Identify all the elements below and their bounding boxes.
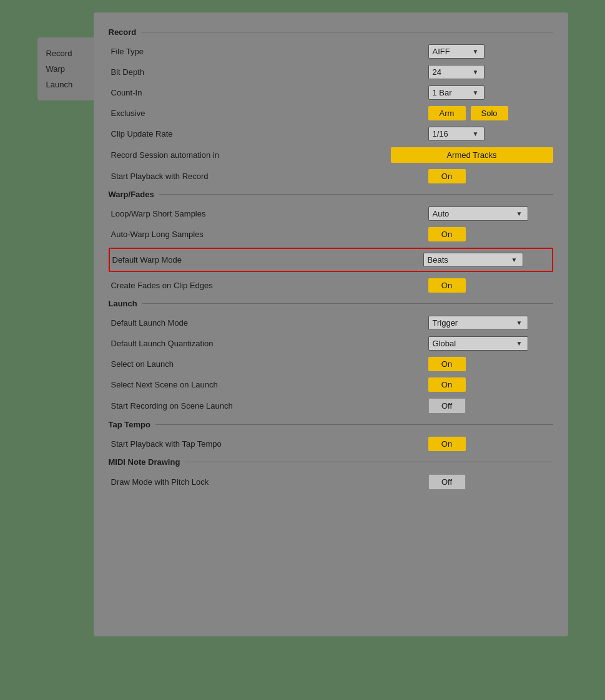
bit-depth-control: 24 ▼ — [428, 65, 553, 79]
start-playback-tap-row: Start Playback with Tap Tempo On — [109, 437, 553, 451]
count-in-dropdown[interactable]: 1 Bar ▼ — [428, 85, 484, 100]
record-session-auto-control: Armed Tracks — [391, 147, 553, 163]
app-wrapper: Record Warp Launch Record File Type AIFF… — [37, 12, 568, 636]
record-divider-line — [141, 32, 553, 32]
exclusive-label: Exclusive — [111, 109, 145, 118]
auto-warp-long-button[interactable]: On — [428, 227, 466, 241]
bit-depth-row: Bit Depth 24 ▼ — [109, 65, 553, 79]
start-recording-scene-row: Start Recording on Scene Launch Off — [109, 398, 553, 414]
draw-mode-pitch-lock-control: Off — [428, 474, 553, 490]
sidebar-item-launch[interactable]: Launch — [46, 79, 85, 90]
warp-section-header: Warp/Fades — [109, 190, 553, 199]
select-next-scene-label: Select Next Scene on Launch — [111, 380, 218, 389]
loop-warp-short-value: Auto — [433, 209, 450, 218]
bit-depth-dropdown[interactable]: 24 ▼ — [428, 65, 484, 79]
default-launch-mode-value: Trigger — [433, 318, 458, 328]
default-launch-quant-dropdown[interactable]: Global ▼ — [428, 336, 528, 351]
record-section-title: Record — [109, 27, 137, 37]
default-launch-mode-label: Default Launch Mode — [111, 318, 189, 328]
auto-warp-long-control: On — [428, 227, 553, 241]
auto-warp-long-label: Auto-Warp Long Samples — [111, 230, 204, 239]
bit-depth-value: 24 — [433, 67, 441, 77]
exclusive-arm-button[interactable]: Arm — [428, 106, 466, 120]
default-launch-mode-row: Default Launch Mode Trigger ▼ — [109, 316, 553, 330]
draw-mode-pitch-lock-row: Draw Mode with Pitch Lock Off — [109, 474, 553, 490]
loop-warp-short-row: Loop/Warp Short Samples Auto ▼ — [109, 207, 553, 221]
select-on-launch-control: On — [428, 357, 553, 371]
bit-depth-arrow: ▼ — [473, 69, 479, 75]
start-playback-tap-button[interactable]: On — [428, 437, 466, 451]
bit-depth-label: Bit Depth — [111, 67, 144, 77]
file-type-value: AIFF — [433, 47, 450, 56]
loop-warp-short-control: Auto ▼ — [428, 207, 553, 221]
file-type-arrow: ▼ — [473, 48, 479, 55]
tap-section-header: Tap Tempo — [109, 420, 553, 429]
launch-section-header: Launch — [109, 299, 553, 308]
select-on-launch-button[interactable]: On — [428, 357, 466, 371]
start-playback-record-label: Start Playback with Record — [111, 172, 209, 181]
loop-warp-short-label: Loop/Warp Short Samples — [111, 209, 206, 218]
start-playback-record-button[interactable]: On — [428, 169, 466, 183]
clip-update-rate-control: 1/16 ▼ — [428, 127, 553, 141]
clip-update-rate-label: Clip Update Rate — [111, 129, 173, 139]
default-warp-mode-value: Beats — [428, 255, 448, 265]
select-next-scene-row: Select Next Scene on Launch On — [109, 377, 553, 392]
clip-update-rate-value: 1/16 — [433, 129, 448, 139]
create-fades-control: On — [428, 278, 553, 293]
exclusive-solo-button[interactable]: Solo — [471, 106, 508, 120]
count-in-label: Count-In — [111, 88, 142, 97]
default-warp-mode-arrow: ▼ — [511, 256, 518, 263]
loop-warp-short-arrow: ▼ — [516, 210, 523, 217]
warp-divider-line — [159, 194, 553, 195]
default-launch-quant-control: Global ▼ — [428, 336, 553, 351]
exclusive-control: Arm Solo — [428, 106, 553, 120]
tap-section-title: Tap Tempo — [109, 420, 150, 429]
clip-update-rate-dropdown[interactable]: 1/16 ▼ — [428, 127, 484, 141]
default-warp-mode-label: Default Warp Mode — [112, 255, 182, 265]
count-in-value: 1 Bar — [433, 88, 452, 97]
count-in-row: Count-In 1 Bar ▼ — [109, 85, 553, 100]
launch-section: Launch Default Launch Mode Trigger ▼ Def… — [109, 299, 553, 414]
count-in-control: 1 Bar ▼ — [428, 85, 553, 100]
start-recording-scene-button[interactable]: Off — [428, 398, 466, 414]
loop-warp-short-dropdown[interactable]: Auto ▼ — [428, 207, 528, 221]
file-type-row: File Type AIFF ▼ — [109, 44, 553, 59]
start-recording-scene-label: Start Recording on Scene Launch — [111, 401, 233, 411]
launch-section-title: Launch — [109, 299, 137, 308]
clip-update-rate-row: Clip Update Rate 1/16 ▼ — [109, 127, 553, 141]
midi-section-title: MIDI Note Drawing — [109, 457, 180, 467]
default-launch-quant-arrow: ▼ — [516, 340, 523, 347]
record-session-auto-label: Record Session automation in — [111, 150, 219, 160]
create-fades-button[interactable]: On — [428, 278, 466, 293]
record-session-auto-button[interactable]: Armed Tracks — [391, 147, 553, 163]
default-launch-mode-dropdown[interactable]: Trigger ▼ — [428, 316, 528, 330]
draw-mode-pitch-lock-label: Draw Mode with Pitch Lock — [111, 477, 209, 487]
default-launch-quant-value: Global — [433, 339, 456, 348]
default-warp-mode-control: Beats ▼ — [423, 253, 548, 267]
create-fades-row: Create Fades on Clip Edges On — [109, 278, 553, 293]
default-launch-mode-control: Trigger ▼ — [428, 316, 553, 330]
warp-section: Warp/Fades Loop/Warp Short Samples Auto … — [109, 190, 553, 293]
midi-section: MIDI Note Drawing Draw Mode with Pitch L… — [109, 457, 553, 490]
sidebar-item-warp[interactable]: Warp — [46, 63, 85, 75]
start-playback-record-row: Start Playback with Record On — [109, 169, 553, 183]
record-section: Record File Type AIFF ▼ Bit Depth 2 — [109, 27, 553, 183]
record-session-auto-row: Record Session automation in Armed Track… — [109, 147, 553, 163]
sidebar-item-record[interactable]: Record — [46, 47, 85, 59]
default-warp-mode-dropdown[interactable]: Beats ▼ — [423, 253, 523, 267]
file-type-dropdown[interactable]: AIFF ▼ — [428, 44, 484, 59]
sidebar: Record Warp Launch — [37, 37, 94, 100]
select-next-scene-control: On — [428, 377, 553, 392]
midi-divider-line — [185, 462, 553, 462]
tap-section: Tap Tempo Start Playback with Tap Tempo … — [109, 420, 553, 451]
draw-mode-pitch-lock-button[interactable]: Off — [428, 474, 466, 490]
default-launch-quant-row: Default Launch Quantization Global ▼ — [109, 336, 553, 351]
launch-divider-line — [142, 303, 553, 304]
midi-section-header: MIDI Note Drawing — [109, 457, 553, 467]
default-launch-quant-label: Default Launch Quantization — [111, 339, 214, 348]
start-playback-tap-control: On — [428, 437, 553, 451]
file-type-control: AIFF ▼ — [428, 44, 553, 59]
select-next-scene-button[interactable]: On — [428, 377, 466, 392]
count-in-arrow: ▼ — [473, 89, 479, 96]
auto-warp-long-row: Auto-Warp Long Samples On — [109, 227, 553, 241]
